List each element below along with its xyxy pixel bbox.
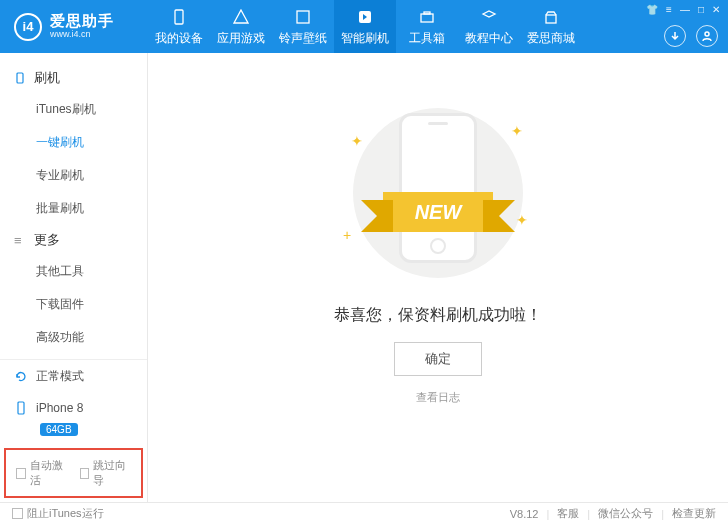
check-label: 阻止iTunes运行 bbox=[27, 506, 104, 521]
refresh-icon bbox=[14, 370, 30, 384]
storage-badge: 64GB bbox=[40, 423, 78, 436]
sidebar-item-pro-flash[interactable]: 专业刷机 bbox=[0, 159, 147, 192]
flash-icon bbox=[355, 7, 375, 27]
footer: 阻止iTunes运行 V8.12 | 客服 | 微信公众号 | 检查更新 bbox=[0, 502, 728, 524]
window-controls: 👕 ≡ — □ ✕ bbox=[646, 4, 720, 15]
ok-button[interactable]: 确定 bbox=[394, 342, 482, 376]
nav-ringtones[interactable]: 铃声壁纸 bbox=[272, 0, 334, 53]
toolbox-icon bbox=[417, 7, 437, 27]
maximize-icon[interactable]: □ bbox=[698, 4, 704, 15]
nav-label: 铃声壁纸 bbox=[279, 30, 327, 47]
wallpaper-icon bbox=[293, 7, 313, 27]
device-icon bbox=[169, 7, 189, 27]
nav-label: 工具箱 bbox=[409, 30, 445, 47]
main-content: ✦ ✦ + ✦ NEW 恭喜您，保资料刷机成功啦！ 确定 查看日志 bbox=[148, 53, 728, 502]
nav-store[interactable]: 爱思商城 bbox=[520, 0, 582, 53]
mode-row[interactable]: 正常模式 bbox=[0, 360, 147, 393]
app-header: i4 爱思助手 www.i4.cn 我的设备 应用游戏 铃声壁纸 智能刷机 工具… bbox=[0, 0, 728, 53]
phone-icon bbox=[14, 72, 28, 84]
group-title: 更多 bbox=[34, 231, 60, 249]
brand-url: www.i4.cn bbox=[50, 30, 114, 40]
sidebar-item-itunes-flash[interactable]: iTunes刷机 bbox=[0, 93, 147, 126]
nav-label: 智能刷机 bbox=[341, 30, 389, 47]
logo-area: i4 爱思助手 www.i4.cn bbox=[0, 13, 148, 41]
sidebar: 刷机 iTunes刷机 一键刷机 专业刷机 批量刷机 ≡ 更多 其他工具 下载固… bbox=[0, 53, 148, 502]
nav-toolbox[interactable]: 工具箱 bbox=[396, 0, 458, 53]
more-icon: ≡ bbox=[14, 233, 28, 248]
store-icon bbox=[541, 7, 561, 27]
sidebar-item-advanced[interactable]: 高级功能 bbox=[0, 321, 147, 354]
nav-label: 应用游戏 bbox=[217, 30, 265, 47]
check-label: 自动激活 bbox=[30, 458, 68, 488]
brand-name: 爱思助手 bbox=[50, 13, 114, 30]
svg-rect-3 bbox=[421, 14, 433, 22]
check-block-itunes[interactable]: 阻止iTunes运行 bbox=[12, 506, 104, 521]
sidebar-group-more: ≡ 更多 bbox=[0, 225, 147, 255]
svg-rect-8 bbox=[18, 402, 24, 414]
mode-label: 正常模式 bbox=[36, 368, 84, 385]
logo-icon: i4 bbox=[14, 13, 42, 41]
success-message: 恭喜您，保资料刷机成功啦！ bbox=[334, 305, 542, 326]
footer-wechat[interactable]: 微信公众号 bbox=[598, 506, 653, 521]
nav-flash[interactable]: 智能刷机 bbox=[334, 0, 396, 53]
storage-row: 64GB bbox=[0, 423, 147, 444]
view-log-link[interactable]: 查看日志 bbox=[416, 390, 460, 405]
bottom-checks: 自动激活 跳过向导 bbox=[4, 448, 143, 498]
menu-icon[interactable]: ≡ bbox=[666, 4, 672, 15]
nav-label: 我的设备 bbox=[155, 30, 203, 47]
sidebar-item-oneclick-flash[interactable]: 一键刷机 bbox=[0, 126, 147, 159]
footer-update[interactable]: 检查更新 bbox=[672, 506, 716, 521]
svg-point-6 bbox=[705, 32, 709, 36]
minimize-icon[interactable]: — bbox=[680, 4, 690, 15]
device-row[interactable]: iPhone 8 bbox=[0, 393, 147, 423]
success-illustration: ✦ ✦ + ✦ NEW bbox=[333, 103, 543, 283]
sidebar-group-flash: 刷机 bbox=[0, 63, 147, 93]
svg-rect-1 bbox=[297, 11, 309, 23]
phone-small-icon bbox=[14, 401, 30, 415]
close-icon[interactable]: ✕ bbox=[712, 4, 720, 15]
tutorial-icon bbox=[479, 7, 499, 27]
top-nav: 我的设备 应用游戏 铃声壁纸 智能刷机 工具箱 教程中心 爱思商城 bbox=[148, 0, 582, 53]
svg-rect-7 bbox=[17, 73, 23, 83]
sidebar-item-batch-flash[interactable]: 批量刷机 bbox=[0, 192, 147, 225]
sidebar-item-other-tools[interactable]: 其他工具 bbox=[0, 255, 147, 288]
skin-icon[interactable]: 👕 bbox=[646, 4, 658, 15]
footer-service[interactable]: 客服 bbox=[557, 506, 579, 521]
check-label: 跳过向导 bbox=[93, 458, 131, 488]
svg-rect-5 bbox=[546, 15, 556, 23]
nav-my-device[interactable]: 我的设备 bbox=[148, 0, 210, 53]
check-skip-guide[interactable]: 跳过向导 bbox=[80, 458, 132, 488]
download-button[interactable] bbox=[664, 25, 686, 47]
apps-icon bbox=[231, 7, 251, 27]
new-ribbon: NEW bbox=[368, 188, 508, 236]
user-button[interactable] bbox=[696, 25, 718, 47]
nav-apps[interactable]: 应用游戏 bbox=[210, 0, 272, 53]
nav-label: 教程中心 bbox=[465, 30, 513, 47]
sidebar-item-download-firmware[interactable]: 下载固件 bbox=[0, 288, 147, 321]
svg-rect-4 bbox=[424, 12, 430, 14]
group-title: 刷机 bbox=[34, 69, 60, 87]
header-right bbox=[664, 25, 718, 47]
check-auto-activate[interactable]: 自动激活 bbox=[16, 458, 68, 488]
version-label: V8.12 bbox=[510, 508, 539, 520]
nav-label: 爱思商城 bbox=[527, 30, 575, 47]
device-name: iPhone 8 bbox=[36, 401, 83, 415]
nav-tutorial[interactable]: 教程中心 bbox=[458, 0, 520, 53]
svg-rect-0 bbox=[175, 10, 183, 24]
